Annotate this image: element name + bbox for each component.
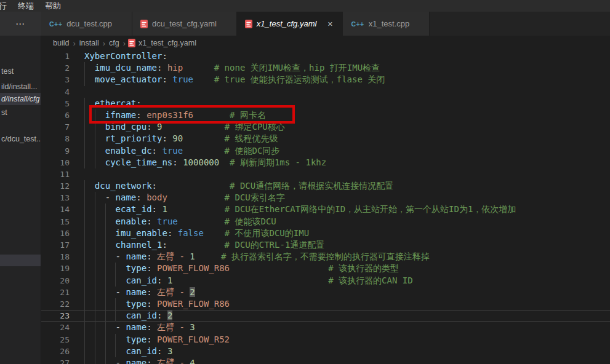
tab-x1_test-cpp[interactable]: C++x1_test.cpp <box>343 12 430 36</box>
line-text[interactable]: move_actuator: true # true 使能执行器运动测试，fla… <box>84 74 610 85</box>
token <box>183 63 214 73</box>
token <box>152 122 157 132</box>
close-icon[interactable]: × <box>326 19 334 29</box>
sidebar-item[interactable]: st <box>0 106 41 119</box>
menu-item-1[interactable]: 终端 <box>12 1 39 12</box>
tab-x1_test_cfg-yaml[interactable]: x1_test_cfg.yaml× <box>237 12 343 36</box>
token: # true 使能执行器运动测试，flase 关闭 <box>214 74 385 84</box>
code-line[interactable]: 20 can_id: 1 # 该执行器的CAN ID <box>41 275 610 287</box>
line-text[interactable]: XyberController: <box>84 50 610 62</box>
line-text[interactable]: type: POWER_FLOW_R86 # 该执行器的类型 <box>84 263 610 274</box>
line-text[interactable]: - name: 左臂 - 2 <box>84 287 610 298</box>
code-line[interactable]: 3 move_actuator: true # true 使能执行器运动测试，f… <box>41 74 610 85</box>
menu-item-0[interactable]: 行 <box>0 1 12 12</box>
code-line[interactable]: 18 - name: 左臂 - 1 # 执行器索引名字，不需要控制的执行器可直接… <box>41 251 610 263</box>
line-number: 20 <box>41 275 70 287</box>
indent-guide-icon <box>84 98 85 109</box>
code-editor[interactable]: 1XyberController:2 imu_dcu_name: hip # n… <box>41 50 610 364</box>
breadcrumb-file-label: x1_test_cfg.yaml <box>138 39 196 47</box>
line-text[interactable]: - name: body # DCU索引名字 <box>84 192 610 204</box>
code-line[interactable]: 10 cycle_time_ns: 1000000 # 刷新周期1ms - 1k… <box>41 157 610 168</box>
code-line[interactable]: 26 can_id: 3 <box>41 346 610 357</box>
menu-item-2[interactable]: 帮助 <box>39 1 66 12</box>
token: name <box>126 251 146 261</box>
indent-guide-icon <box>84 133 85 144</box>
breadcrumb-file[interactable]: x1_test_cfg.yaml <box>128 39 196 47</box>
line-text[interactable]: can_id: 2 <box>84 310 610 322</box>
token: type <box>126 334 146 344</box>
line-text[interactable]: ecat_id: 1 # DCU在EtherCAT网络中的ID，从主站开始，第一… <box>84 204 610 215</box>
code-line[interactable]: 4 <box>41 86 610 98</box>
code-line[interactable]: 8 rt_priority: 90 # 线程优先级 <box>41 133 610 144</box>
code-line[interactable]: 21 - name: 左臂 - 2 <box>41 287 610 298</box>
code-line[interactable]: 7 bind_cpu: 9 # 绑定CPU核心 <box>41 121 610 133</box>
token: 1 <box>190 251 195 261</box>
indent-guide-icon <box>95 346 95 357</box>
code-line[interactable]: 23 can_id: 2 <box>41 310 610 322</box>
more-actions-icon[interactable]: ⋯ <box>15 18 26 30</box>
sidebar-selection-bar[interactable] <box>0 255 41 266</box>
token <box>195 251 221 261</box>
line-text[interactable]: - name: 左臂 - 4 <box>84 357 610 364</box>
line-text[interactable]: type: POWER_FLOW_R52 <box>84 334 610 346</box>
sidebar-item[interactable]: c/dcu_test... <box>0 133 41 145</box>
token: 2 <box>167 311 172 320</box>
line-text[interactable]: ifname: enp0s31f6 # 网卡名 <box>84 109 610 121</box>
token: XyberController <box>84 51 162 61</box>
code-line[interactable]: 12 dcu_network: # DCU通信网络，请根据实机连接情况配置 <box>41 180 610 192</box>
tab-dcu_test_cfg-yaml[interactable]: dcu_test_cfg.yaml <box>132 12 237 36</box>
token <box>162 346 167 356</box>
code-line[interactable]: 16 imu_enable: false # 不使用该DCU的IMU <box>41 228 610 239</box>
code-line[interactable]: 2 imu_dcu_name: hip # none 关闭IMU检查，hip 打… <box>41 62 610 74</box>
line-text[interactable]: ethercat: <box>84 98 610 109</box>
line-text[interactable]: - name: 左臂 - 1 # 执行器索引名字，不需要控制的执行器可直接注释掉 <box>84 251 610 263</box>
line-text[interactable]: can_id: 1 # 该执行器的CAN ID <box>84 275 610 287</box>
code-line[interactable]: 19 type: POWER_FLOW_R86 # 该执行器的类型 <box>41 263 610 274</box>
line-text[interactable]: imu_dcu_name: hip # none 关闭IMU检查，hip 打开I… <box>84 62 610 74</box>
line-text[interactable] <box>84 168 610 180</box>
token: type <box>126 299 146 309</box>
indent-guide-icon <box>95 216 95 228</box>
token <box>178 157 183 167</box>
line-text[interactable]: rt_priority: 90 # 线程优先级 <box>84 133 610 144</box>
line-text[interactable] <box>84 86 610 98</box>
sidebar-item[interactable]: d/install/cfg <box>0 93 41 105</box>
token: POWER_FLOW_R86 <box>157 263 230 273</box>
line-text[interactable]: dcu_network: # DCU通信网络，请根据实机连接情况配置 <box>84 180 610 192</box>
tab-dcu_test-cpp[interactable]: C++dcu_test.cpp <box>41 12 132 36</box>
indent-guide-icon <box>84 145 85 157</box>
line-text[interactable]: enable: true # 使能该DCU <box>84 216 610 228</box>
code-line[interactable]: 15 enable: true # 使能该DCU <box>41 216 610 228</box>
line-text[interactable]: enable_dc: true # 使能DC同步 <box>84 145 610 157</box>
line-text[interactable]: cycle_time_ns: 1000000 # 刷新周期1ms - 1khz <box>84 157 610 168</box>
chevron-right-icon: › <box>100 39 108 48</box>
code-line[interactable]: 11 <box>41 168 610 180</box>
code-line[interactable]: 14 ecat_id: 1 # DCU在EtherCAT网络中的ID，从主站开始… <box>41 204 610 215</box>
token: - <box>116 251 126 261</box>
code-line[interactable]: 6 ifname: enp0s31f6 # 网卡名 <box>41 109 610 121</box>
code-line[interactable]: 1XyberController: <box>41 50 610 62</box>
code-line[interactable]: 13 - name: body # DCU索引名字 <box>41 192 610 204</box>
indent-guide-icon <box>105 357 106 364</box>
code-line[interactable]: 5 ethercat: <box>41 98 610 109</box>
sidebar-item[interactable]: test <box>0 65 41 77</box>
code-line[interactable]: 9 enable_dc: true # 使能DC同步 <box>41 145 610 157</box>
line-text[interactable]: imu_enable: false # 不使用该DCU的IMU <box>84 228 610 239</box>
line-text[interactable]: channel_1: # DCU的CTRL-1通道配置 <box>84 239 610 251</box>
token <box>167 240 225 250</box>
sidebar-item[interactable]: ild/install... <box>0 81 41 93</box>
indent-guide-icon <box>105 275 106 287</box>
line-text[interactable]: - name: 左臂 - 3 <box>84 322 610 333</box>
code-line[interactable]: 22 type: POWER_FLOW_R86 <box>41 298 610 310</box>
token: # 线程优先级 <box>225 133 278 143</box>
code-line[interactable]: 27 - name: 左臂 - 4 <box>41 357 610 364</box>
breadcrumb-segment[interactable]: build <box>52 39 70 47</box>
line-text[interactable]: bind_cpu: 9 # 绑定CPU核心 <box>84 121 610 133</box>
code-line[interactable]: 17 channel_1: # DCU的CTRL-1通道配置 <box>41 239 610 251</box>
breadcrumb-segment[interactable]: install <box>78 39 100 47</box>
line-text[interactable]: can_id: 3 <box>84 346 610 357</box>
code-line[interactable]: 24 - name: 左臂 - 3 <box>41 322 610 333</box>
code-line[interactable]: 25 type: POWER_FLOW_R52 <box>41 334 610 346</box>
line-text[interactable]: type: POWER_FLOW_R86 <box>84 298 610 310</box>
breadcrumb-segment[interactable]: cfg <box>108 39 121 47</box>
